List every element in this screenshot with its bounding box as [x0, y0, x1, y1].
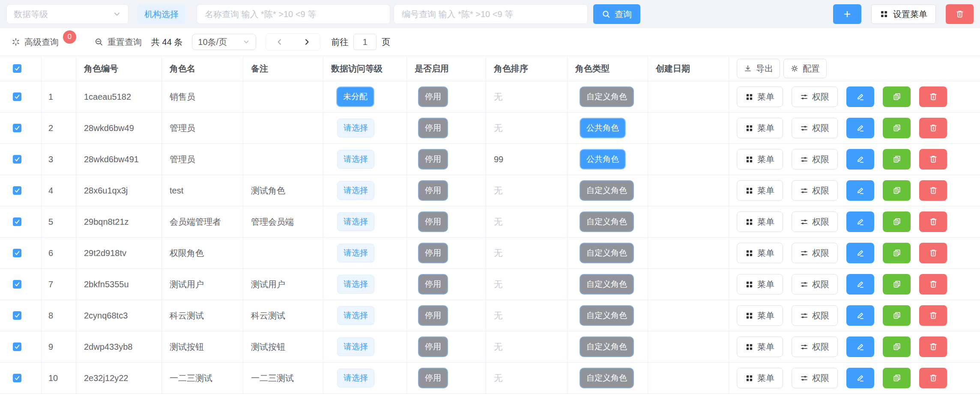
next-page-button[interactable]	[296, 34, 317, 50]
access-badge[interactable]: 请选择	[337, 306, 374, 325]
access-badge[interactable]: 请选择	[337, 150, 374, 169]
delete-button[interactable]	[919, 243, 947, 263]
edit-button[interactable]	[846, 336, 874, 357]
menu-button[interactable]: 菜单	[737, 211, 783, 232]
role-type-badge[interactable]: 自定义角色	[580, 275, 633, 294]
menu-button[interactable]: 菜单	[737, 243, 783, 263]
reset-query-button[interactable]: 重置查询	[94, 36, 142, 48]
permission-button[interactable]: 权限	[792, 368, 838, 388]
enabled-badge[interactable]: 停用	[419, 369, 447, 387]
enabled-badge[interactable]: 停用	[419, 306, 447, 325]
role-type-badge[interactable]: 自定义角色	[580, 87, 633, 106]
goto-page-input[interactable]	[353, 34, 376, 50]
permission-button[interactable]: 权限	[792, 336, 838, 357]
page-size-select[interactable]: 10条/页	[192, 34, 256, 50]
permission-button[interactable]: 权限	[792, 305, 838, 326]
edit-button[interactable]	[846, 274, 874, 295]
enabled-badge[interactable]: 停用	[419, 150, 447, 169]
delete-button[interactable]	[919, 211, 947, 232]
edit-button[interactable]	[846, 305, 874, 326]
row-checkbox[interactable]	[13, 155, 21, 164]
prev-page-button[interactable]	[269, 34, 290, 50]
copy-button[interactable]	[883, 180, 911, 201]
menu-button[interactable]: 菜单	[737, 86, 783, 107]
select-all-checkbox[interactable]	[13, 64, 21, 73]
row-checkbox[interactable]	[13, 186, 21, 195]
row-checkbox[interactable]	[13, 374, 21, 382]
enabled-badge[interactable]: 停用	[419, 119, 447, 137]
edit-button[interactable]	[846, 86, 874, 107]
copy-button[interactable]	[883, 274, 911, 295]
menu-button[interactable]: 菜单	[737, 368, 783, 388]
access-badge[interactable]: 请选择	[337, 337, 374, 356]
menu-button[interactable]: 菜单	[737, 180, 783, 201]
delete-button[interactable]	[919, 86, 947, 107]
edit-button[interactable]	[846, 149, 874, 170]
row-checkbox[interactable]	[13, 217, 21, 226]
copy-button[interactable]	[883, 86, 911, 107]
role-type-badge[interactable]: 自定义角色	[580, 369, 633, 387]
menu-settings-button[interactable]: 设置菜单	[871, 4, 936, 24]
role-type-badge[interactable]: 自定义角色	[580, 306, 633, 325]
permission-button[interactable]: 权限	[792, 86, 838, 107]
access-badge[interactable]: 请选择	[337, 244, 374, 262]
row-checkbox[interactable]	[13, 124, 21, 132]
edit-button[interactable]	[846, 368, 874, 388]
add-button[interactable]: +	[833, 4, 861, 24]
access-badge[interactable]: 请选择	[337, 181, 374, 200]
copy-button[interactable]	[883, 368, 911, 388]
copy-button[interactable]	[883, 211, 911, 232]
copy-button[interactable]	[883, 149, 911, 170]
copy-button[interactable]	[883, 336, 911, 357]
role-type-badge[interactable]: 公共角色	[580, 119, 625, 137]
delete-button[interactable]	[919, 336, 947, 357]
role-type-badge[interactable]: 自定义角色	[580, 337, 633, 356]
enabled-badge[interactable]: 停用	[419, 337, 447, 356]
edit-button[interactable]	[846, 180, 874, 201]
enabled-badge[interactable]: 停用	[419, 181, 447, 200]
permission-button[interactable]: 权限	[792, 243, 838, 263]
data-level-select[interactable]: 数据等级	[6, 4, 128, 24]
advanced-query-button[interactable]: 高级查询 0	[11, 36, 76, 49]
copy-button[interactable]	[883, 118, 911, 138]
menu-button[interactable]: 菜单	[737, 274, 783, 295]
menu-button[interactable]: 菜单	[737, 305, 783, 326]
name-search-input[interactable]	[197, 4, 390, 24]
permission-button[interactable]: 权限	[792, 274, 838, 295]
enabled-badge[interactable]: 停用	[419, 244, 447, 262]
access-badge[interactable]: 请选择	[337, 275, 374, 294]
delete-button[interactable]	[919, 274, 947, 295]
copy-button[interactable]	[883, 305, 911, 326]
delete-button[interactable]	[919, 180, 947, 201]
permission-button[interactable]: 权限	[792, 180, 838, 201]
menu-button[interactable]: 菜单	[737, 149, 783, 170]
enabled-badge[interactable]: 停用	[419, 275, 447, 294]
permission-button[interactable]: 权限	[792, 211, 838, 232]
access-badge[interactable]: 请选择	[337, 212, 374, 231]
access-badge[interactable]: 请选择	[337, 369, 374, 387]
delete-button[interactable]	[919, 368, 947, 388]
delete-selected-button[interactable]	[946, 4, 974, 24]
menu-button[interactable]: 菜单	[737, 118, 783, 138]
access-badge[interactable]: 未分配	[337, 87, 373, 106]
row-checkbox[interactable]	[13, 249, 21, 257]
role-type-badge[interactable]: 自定义角色	[580, 244, 633, 262]
enabled-badge[interactable]: 停用	[419, 87, 447, 106]
org-select-button[interactable]: 机构选择	[137, 4, 185, 24]
enabled-badge[interactable]: 停用	[419, 212, 447, 231]
delete-button[interactable]	[919, 305, 947, 326]
row-checkbox[interactable]	[13, 280, 21, 289]
role-type-badge[interactable]: 公共角色	[580, 150, 625, 169]
access-badge[interactable]: 请选择	[337, 119, 374, 137]
delete-button[interactable]	[919, 118, 947, 138]
role-type-badge[interactable]: 自定义角色	[580, 212, 633, 231]
delete-button[interactable]	[919, 149, 947, 170]
copy-button[interactable]	[883, 243, 911, 263]
permission-button[interactable]: 权限	[792, 118, 838, 138]
config-button[interactable]: 配置	[783, 59, 827, 78]
menu-button[interactable]: 菜单	[737, 336, 783, 357]
edit-button[interactable]	[846, 211, 874, 232]
search-button[interactable]: 查询	[593, 4, 640, 24]
role-type-badge[interactable]: 自定义角色	[580, 181, 633, 200]
code-search-input[interactable]	[394, 4, 588, 24]
